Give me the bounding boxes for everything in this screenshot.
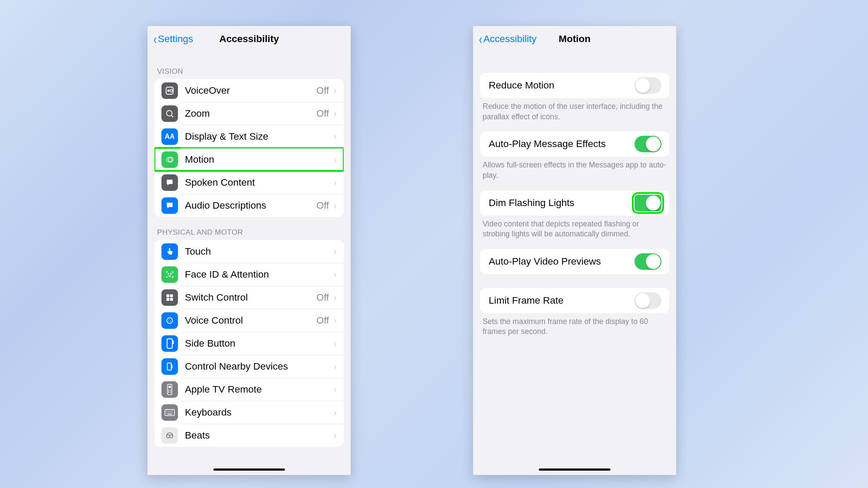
- apple-tv-remote-icon: [161, 381, 178, 398]
- svg-rect-10: [170, 298, 173, 301]
- svg-point-19: [168, 391, 169, 392]
- group-dim-flashing: Dim Flashing Lights: [480, 190, 669, 216]
- footer-autoplay-msg: Allows full-screen effects in the Messag…: [473, 158, 676, 186]
- side-button-icon: [161, 335, 178, 352]
- section-header-physical: PHYSICAL AND MOTOR: [148, 223, 351, 240]
- chevron-right-icon: ›: [334, 315, 336, 326]
- toggle-reduce-motion[interactable]: [635, 77, 661, 94]
- row-audio-descriptions[interactable]: Audio Descriptions Off ›: [155, 194, 344, 217]
- chevron-left-icon: ‹: [479, 32, 482, 46]
- row-label: Switch Control: [185, 292, 316, 303]
- svg-rect-12: [167, 339, 172, 348]
- row-switch-control[interactable]: Switch Control Off ›: [155, 286, 344, 309]
- footer-reduce-motion: Reduce the motion of the user interface,…: [473, 100, 676, 127]
- home-indicator[interactable]: [214, 468, 285, 471]
- row-label: Spoken Content: [185, 177, 333, 188]
- chevron-right-icon: ›: [334, 85, 336, 96]
- spoken-content-icon: [161, 174, 178, 191]
- nearby-devices-icon: [161, 358, 178, 375]
- nav-bar: ‹ Accessibility Motion: [473, 26, 676, 52]
- back-button[interactable]: ‹ Accessibility: [478, 32, 536, 46]
- row-label: Auto-Play Video Previews: [489, 256, 635, 267]
- row-control-nearby[interactable]: Control Nearby Devices ›: [155, 355, 344, 378]
- row-keyboards[interactable]: Keyboards ›: [155, 401, 344, 424]
- row-value: Off: [316, 200, 329, 211]
- touch-icon: [161, 243, 178, 260]
- row-side-button[interactable]: Side Button ›: [155, 332, 344, 355]
- row-voiceover[interactable]: VoiceOver Off ›: [155, 79, 344, 102]
- group-autoplay-msg: Auto-Play Message Effects: [480, 131, 669, 157]
- svg-point-16: [168, 386, 171, 388]
- beats-icon: [161, 427, 178, 444]
- chevron-right-icon: ›: [334, 430, 336, 441]
- row-motion[interactable]: Motion ›: [155, 148, 344, 171]
- row-faceid[interactable]: Face ID & Attention ›: [155, 263, 344, 286]
- voice-control-icon: [161, 312, 178, 329]
- row-display-text-size[interactable]: AA Display & Text Size ›: [155, 125, 344, 148]
- row-label: Keyboards: [185, 407, 333, 418]
- svg-point-18: [170, 390, 171, 390]
- svg-point-5: [168, 273, 169, 274]
- row-value: Off: [316, 315, 329, 326]
- chevron-right-icon: ›: [334, 177, 336, 188]
- svg-point-1: [168, 90, 169, 92]
- page-title: Motion: [559, 33, 591, 45]
- keyboards-icon: [161, 404, 178, 421]
- footer-limit-frame: Sets the maximum frame rate of the displ…: [473, 315, 676, 342]
- back-button[interactable]: ‹ Settings: [153, 32, 193, 46]
- row-label: Motion: [185, 154, 333, 165]
- nav-bar: ‹ Settings Accessibility: [148, 26, 351, 52]
- chevron-right-icon: ›: [334, 407, 336, 418]
- svg-point-6: [171, 273, 171, 274]
- footer-dim-flashing: Video content that depicts repeated flas…: [473, 217, 676, 245]
- row-label: Dim Flashing Lights: [489, 197, 635, 209]
- row-label: Control Nearby Devices: [185, 361, 333, 372]
- row-label: Voice Control: [185, 315, 316, 326]
- row-label: Apple TV Remote: [185, 384, 333, 395]
- svg-point-20: [170, 391, 171, 392]
- toggle-dim-flashing[interactable]: [635, 195, 661, 211]
- row-reduce-motion: Reduce Motion: [480, 73, 669, 98]
- svg-rect-9: [167, 298, 170, 301]
- toggle-autoplay-vid[interactable]: [635, 253, 661, 270]
- chevron-left-icon: ‹: [154, 32, 157, 46]
- row-label: Auto-Play Message Effects: [489, 138, 635, 150]
- row-touch[interactable]: Touch ›: [155, 240, 344, 263]
- page-title: Accessibility: [219, 33, 279, 45]
- toggle-autoplay-msg[interactable]: [635, 136, 661, 152]
- svg-rect-14: [168, 363, 171, 370]
- row-apple-tv-remote[interactable]: Apple TV Remote ›: [155, 378, 344, 401]
- row-label: Limit Frame Rate: [489, 295, 635, 306]
- row-label: Face ID & Attention: [185, 269, 333, 280]
- chevron-right-icon: ›: [334, 361, 336, 372]
- row-beats[interactable]: Beats ›: [155, 424, 344, 447]
- row-label: Audio Descriptions: [185, 200, 316, 211]
- row-value: Off: [316, 108, 329, 119]
- row-zoom[interactable]: Zoom Off ›: [155, 102, 344, 125]
- row-label: Touch: [185, 246, 333, 257]
- group-vision: VoiceOver Off › Zoom Off › AA Display & …: [155, 79, 344, 217]
- svg-point-17: [168, 390, 169, 390]
- row-label: Zoom: [185, 108, 316, 119]
- svg-rect-13: [172, 341, 174, 344]
- svg-rect-7: [167, 294, 170, 297]
- chevron-right-icon: ›: [334, 154, 336, 165]
- row-label: Display & Text Size: [185, 131, 333, 142]
- chevron-right-icon: ›: [334, 338, 336, 349]
- row-spoken-content[interactable]: Spoken Content ›: [155, 171, 344, 194]
- home-indicator[interactable]: [539, 468, 611, 471]
- chevron-right-icon: ›: [334, 108, 336, 119]
- svg-rect-21: [165, 409, 174, 416]
- motion-icon: [161, 151, 178, 168]
- chevron-right-icon: ›: [334, 384, 336, 395]
- row-voice-control[interactable]: Voice Control Off ›: [155, 309, 344, 332]
- row-value: Off: [316, 292, 329, 303]
- row-label: Side Button: [185, 338, 333, 349]
- row-autoplay-msg: Auto-Play Message Effects: [480, 131, 669, 157]
- row-autoplay-vid: Auto-Play Video Previews: [480, 249, 669, 274]
- chevron-right-icon: ›: [334, 269, 336, 280]
- row-label: VoiceOver: [185, 85, 316, 96]
- toggle-limit-frame[interactable]: [635, 292, 661, 309]
- phone-accessibility: ‹ Settings Accessibility VISION VoiceOve…: [148, 26, 351, 475]
- group-reduce-motion: Reduce Motion: [480, 73, 669, 98]
